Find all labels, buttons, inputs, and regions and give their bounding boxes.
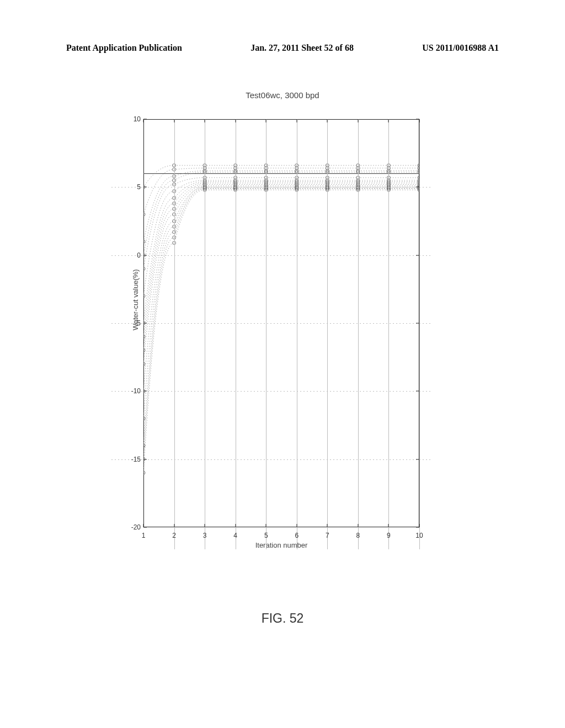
y-tick-label: 10 xyxy=(124,115,141,123)
y-tick-label: -10 xyxy=(124,387,141,395)
x-tick-label: 6 xyxy=(291,532,302,539)
svg-point-41 xyxy=(143,267,145,270)
x-tick-label: 3 xyxy=(199,532,210,539)
y-tick-label: -20 xyxy=(124,523,141,531)
svg-point-11 xyxy=(143,213,145,216)
y-tick-label: -15 xyxy=(124,456,141,463)
chart: Water-cut value(%) Iteration number 1234… xyxy=(110,119,430,549)
svg-point-21 xyxy=(143,240,145,243)
x-tick-label: 9 xyxy=(383,532,394,539)
y-tick-label: 0 xyxy=(124,251,141,259)
header-left: Patent Application Publication xyxy=(66,43,182,53)
x-tick-label: 10 xyxy=(414,532,425,539)
header-right: US 2011/0016988 A1 xyxy=(422,43,499,53)
chart-title: Test06wc, 3000 bpd xyxy=(0,90,565,100)
x-axis-label: Iteration number xyxy=(143,541,419,549)
x-tick-label: 2 xyxy=(169,532,180,539)
svg-point-91 xyxy=(143,362,145,366)
svg-point-111 xyxy=(143,417,145,420)
figure-label: FIG. 52 xyxy=(0,611,565,626)
header-center: Jan. 27, 2011 Sheet 52 of 68 xyxy=(250,43,354,53)
y-tick-label: -5 xyxy=(124,319,141,327)
x-tick-label: 1 xyxy=(138,532,149,539)
y-tick-label: 5 xyxy=(124,183,141,191)
x-tick-label: 7 xyxy=(322,532,333,539)
x-tick-label: 5 xyxy=(260,532,271,539)
x-tick-label: 4 xyxy=(230,532,241,539)
page-header: Patent Application Publication Jan. 27, … xyxy=(66,43,499,53)
svg-point-141 xyxy=(143,471,145,474)
x-tick-label: 8 xyxy=(353,532,364,539)
svg-point-51 xyxy=(143,295,145,298)
